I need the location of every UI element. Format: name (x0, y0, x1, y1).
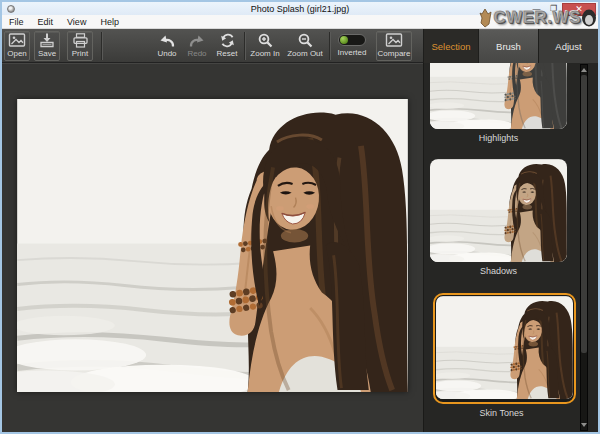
toolbar-separator (329, 32, 330, 60)
tab-selection[interactable]: Selection (423, 29, 478, 63)
tab-adjust[interactable]: Adjust (538, 29, 598, 63)
toggle-switch-icon[interactable] (338, 34, 366, 46)
reset-icon (219, 33, 236, 48)
scroll-up-icon[interactable] (581, 68, 587, 72)
undo-button[interactable]: Undo (152, 31, 182, 61)
watermark-text: CWER.WS (493, 8, 581, 28)
zoom-in-button[interactable]: Zoom In (245, 31, 285, 61)
print-icon (72, 33, 89, 48)
reset-button[interactable]: Reset (212, 31, 242, 61)
thumbnail-label: Skin Tones (430, 408, 573, 418)
tab-bar: Selection Brush Adjust (423, 29, 598, 63)
thumbnail-image-clip (436, 296, 573, 399)
thumbnail-label: Shadows (430, 266, 567, 276)
thumbnail-skin-tones-selected[interactable] (433, 293, 576, 404)
redo-button[interactable]: Redo (182, 31, 212, 61)
watermark: CWER.WS (478, 7, 597, 29)
scrollbar-thumb[interactable] (581, 75, 587, 353)
content-area: Highlights Shadows Skin Tones (2, 63, 598, 432)
toolbar-separator (101, 32, 102, 60)
redo-icon (188, 33, 206, 48)
app-window: Photo Splash (girl21.jpg) — ❐ ✕ CWER.WS … (0, 0, 600, 434)
thumbnail-highlights[interactable] (430, 63, 567, 129)
effects-panel: Highlights Shadows Skin Tones (423, 63, 598, 432)
save-icon (39, 33, 55, 48)
menu-help[interactable]: Help (93, 15, 126, 29)
thumbnail-label: Highlights (430, 133, 567, 143)
image-canvas (2, 63, 423, 432)
inverted-toggle[interactable]: Inverted (332, 31, 372, 61)
tab-brush[interactable]: Brush (478, 29, 538, 63)
panel-scrollbar[interactable] (580, 64, 588, 431)
compare-button[interactable]: Compare (376, 31, 412, 61)
toolbar: Open Save Print (2, 29, 423, 63)
watermark-coyote-icon (478, 7, 493, 29)
undo-icon (158, 33, 176, 48)
zoom-out-icon (297, 33, 314, 48)
open-button[interactable]: Open (4, 31, 30, 61)
scroll-down-icon[interactable] (581, 423, 587, 427)
main-photo[interactable] (17, 99, 408, 392)
open-image-icon (8, 33, 26, 48)
thumbnail-list: Highlights Shadows Skin Tones (430, 63, 598, 418)
print-button[interactable]: Print (67, 31, 93, 61)
save-button[interactable]: Save (34, 31, 60, 61)
watermark-penguin-icon (581, 9, 597, 27)
menu-file[interactable]: File (2, 15, 31, 29)
zoom-in-icon (257, 33, 274, 48)
toolbar-row: Open Save Print (2, 29, 598, 63)
menu-edit[interactable]: Edit (31, 15, 61, 29)
toggle-knob (340, 36, 348, 44)
thumbnail-shadows[interactable] (430, 159, 567, 262)
menu-view[interactable]: View (60, 15, 93, 29)
compare-icon (385, 33, 403, 48)
zoom-out-button[interactable]: Zoom Out (285, 31, 325, 61)
